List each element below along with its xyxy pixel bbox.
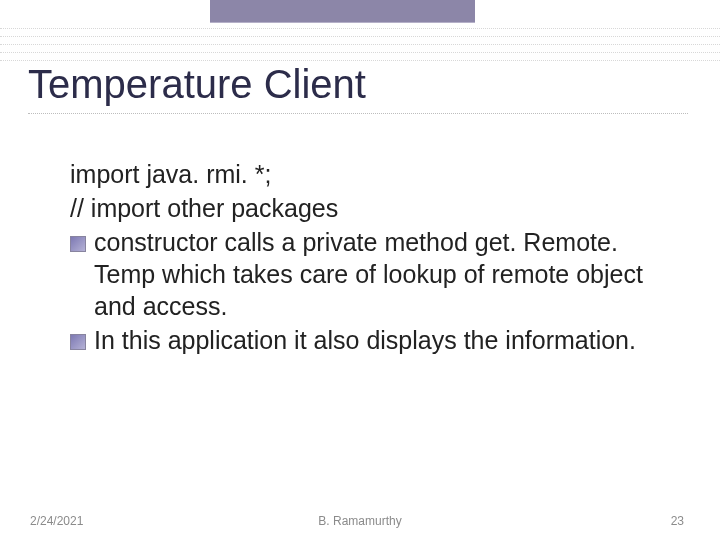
code-line: import java. rmi. *; xyxy=(70,158,670,190)
bullet-item: constructor calls a private method get. … xyxy=(70,226,670,322)
dotted-rule xyxy=(0,28,720,29)
title-region: Temperature Client xyxy=(28,62,688,114)
title-underline xyxy=(28,113,688,114)
dotted-rule xyxy=(0,60,720,61)
diamond-bullet-icon xyxy=(70,334,86,350)
bullet-text: In this application it also displays the… xyxy=(94,324,670,356)
code-line: // import other packages xyxy=(70,192,670,224)
top-accent-bar xyxy=(210,0,475,23)
footer-author: B. Ramamurthy xyxy=(0,514,720,528)
dotted-rule xyxy=(0,44,720,45)
diamond-bullet-icon xyxy=(70,236,86,252)
slide-title: Temperature Client xyxy=(28,62,688,107)
slide-body: import java. rmi. *; // import other pac… xyxy=(70,158,670,358)
dotted-rule xyxy=(0,36,720,37)
footer-page-number: 23 xyxy=(671,514,684,528)
bullet-item: In this application it also displays the… xyxy=(70,324,670,356)
dotted-rule xyxy=(0,52,720,53)
bullet-text: constructor calls a private method get. … xyxy=(94,226,670,322)
